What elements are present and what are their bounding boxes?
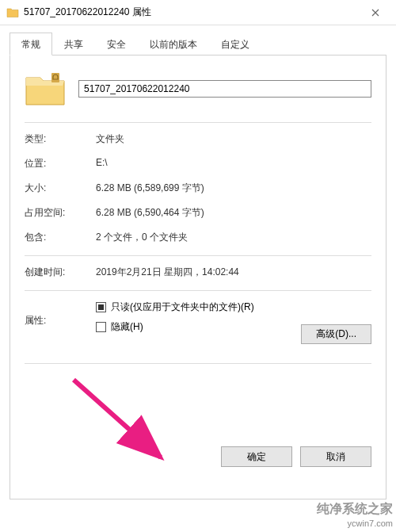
tab-security[interactable]: 安全 bbox=[95, 33, 138, 55]
contains-label: 包含: bbox=[25, 231, 96, 244]
advanced-button[interactable]: 高级(D)... bbox=[301, 324, 371, 344]
created-value: 2019年2月21日 星期四，14:02:44 bbox=[96, 266, 371, 279]
ok-button[interactable]: 确定 bbox=[221, 446, 292, 467]
divider bbox=[25, 290, 371, 291]
folder-large-icon bbox=[25, 70, 66, 108]
watermark: 纯净系统之家 ycwin7.com bbox=[317, 501, 393, 529]
tabs: 常规 共享 安全 以前的版本 自定义 bbox=[10, 32, 386, 55]
size-on-disk-value: 6.28 MB (6,590,464 字节) bbox=[96, 206, 371, 220]
name-row bbox=[25, 70, 371, 108]
tab-body-general: 类型: 文件夹 位置: E:\ 大小: 6.28 MB (6,589,699 字… bbox=[10, 55, 386, 499]
size-label: 大小: bbox=[25, 182, 96, 195]
folder-name-input[interactable] bbox=[78, 80, 371, 98]
size-on-disk-label: 占用空间: bbox=[25, 206, 96, 220]
window-title: 51707_20170622012240 属性 bbox=[24, 6, 361, 19]
readonly-checkbox-row[interactable]: 只读(仅应用于文件夹中的文件)(R) bbox=[96, 300, 371, 314]
location-value: E:\ bbox=[96, 157, 371, 170]
titlebar: 51707_20170622012240 属性 bbox=[0, 0, 396, 25]
type-value: 文件夹 bbox=[96, 132, 371, 146]
tab-share[interactable]: 共享 bbox=[52, 33, 95, 55]
divider bbox=[25, 255, 371, 256]
annotation-arrow bbox=[66, 372, 185, 467]
tab-custom[interactable]: 自定义 bbox=[209, 33, 261, 55]
attributes-label: 属性: bbox=[25, 314, 96, 327]
divider bbox=[25, 363, 371, 364]
readonly-label: 只读(仅应用于文件夹中的文件)(R) bbox=[111, 300, 254, 314]
size-value: 6.28 MB (6,589,699 字节) bbox=[96, 182, 371, 195]
tab-general[interactable]: 常规 bbox=[10, 33, 52, 55]
dialog-content: 常规 共享 安全 以前的版本 自定义 类型: 文件夹 位置: E:\ bbox=[0, 25, 396, 499]
svg-line-1 bbox=[74, 380, 161, 457]
watermark-url: ycwin7.com bbox=[317, 518, 393, 529]
type-label: 类型: bbox=[25, 132, 96, 146]
hidden-checkbox[interactable] bbox=[96, 322, 106, 332]
contains-value: 2 个文件，0 个文件夹 bbox=[96, 231, 371, 244]
divider bbox=[25, 122, 371, 123]
created-label: 创建时间: bbox=[25, 266, 96, 279]
location-label: 位置: bbox=[25, 157, 96, 170]
tab-previous-versions[interactable]: 以前的版本 bbox=[138, 33, 209, 55]
folder-icon bbox=[6, 6, 19, 19]
watermark-text: 纯净系统之家 bbox=[317, 501, 393, 518]
readonly-checkbox[interactable] bbox=[96, 302, 106, 312]
cancel-button[interactable]: 取消 bbox=[300, 446, 371, 467]
dialog-buttons: 确定 取消 bbox=[221, 446, 371, 467]
hidden-label: 隐藏(H) bbox=[111, 320, 143, 334]
close-button[interactable] bbox=[361, 2, 390, 24]
